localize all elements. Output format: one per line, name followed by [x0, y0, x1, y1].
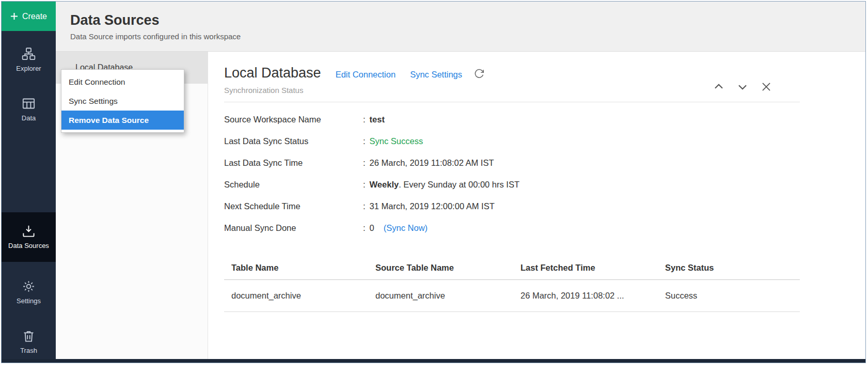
menu-item-remove-data-source[interactable]: Remove Data Source: [61, 111, 184, 130]
explorer-icon: [22, 47, 36, 61]
plus-icon: [10, 12, 18, 20]
cell-table-name: document_archive: [224, 291, 368, 301]
sync-status-value: Sync Success: [370, 136, 423, 146]
page-subtitle: Data Source imports configured in this w…: [70, 32, 865, 41]
detail-title: Local Database: [224, 65, 321, 81]
gear-icon: [22, 279, 36, 293]
create-button[interactable]: Create: [2, 2, 56, 31]
data-sources-icon: [22, 224, 36, 238]
cell-last-fetched-time: 26 March, 2019 11:08:02 ...: [513, 291, 658, 301]
field-label: Manual Sync Done: [224, 223, 363, 233]
field-value: 31 March, 2019 12:00:00 AM IST: [370, 201, 495, 211]
field-value-bold: Weekly: [370, 180, 399, 190]
sidebar-item-data-sources[interactable]: Data Sources: [2, 212, 56, 262]
field-label: Source Workspace Name: [224, 115, 363, 124]
trash-icon: [22, 329, 36, 343]
menu-item-sync-settings[interactable]: Sync Settings: [61, 91, 184, 111]
refresh-icon[interactable]: [474, 68, 485, 80]
close-icon[interactable]: [760, 80, 773, 93]
field-source-workspace-name: Source Workspace Name : test: [224, 108, 800, 130]
separator: :: [363, 223, 366, 233]
field-label: Last Data Sync Time: [224, 158, 363, 168]
separator: :: [363, 180, 366, 190]
app-window: Create Explorer Data: [1, 1, 866, 363]
table-row[interactable]: document_archive document_archive 26 Mar…: [224, 280, 800, 312]
cell-sync-status: Success: [658, 291, 800, 301]
separator: :: [363, 158, 366, 168]
column-header-sync-status: Sync Status: [658, 263, 800, 273]
detail-header: Local Database Edit Connection Sync Sett…: [224, 65, 800, 81]
page-header: Data Sources Data Source imports configu…: [56, 2, 865, 52]
bottom-bar: [2, 359, 865, 363]
sidebar: Create Explorer Data: [2, 2, 56, 363]
sidebar-item-settings[interactable]: Settings: [2, 279, 56, 305]
sidebar-item-label: Trash: [20, 347, 37, 354]
field-last-data-sync-time: Last Data Sync Time : 26 March, 2019 11:…: [224, 152, 800, 174]
sidebar-item-data[interactable]: Data: [2, 97, 56, 122]
field-label: Last Data Sync Status: [224, 136, 363, 146]
field-value: 0: [370, 223, 374, 233]
sidebar-item-explorer[interactable]: Explorer: [2, 47, 56, 72]
column-header-table-name: Table Name: [224, 263, 368, 273]
divider: [224, 102, 800, 102]
field-next-schedule-time: Next Schedule Time : 31 March, 2019 12:0…: [224, 195, 800, 217]
sidebar-item-label: Data Sources: [8, 242, 49, 249]
field-schedule: Schedule : Weekly . Every Sunday at 00:0…: [224, 174, 800, 195]
separator: :: [363, 115, 366, 124]
detail-window-controls: [712, 80, 773, 93]
cell-source-table-name: document_archive: [368, 291, 513, 301]
tables-table: Table Name Source Table Name Last Fetche…: [224, 256, 800, 312]
sync-now-link[interactable]: (Sync Now): [384, 223, 428, 233]
field-value: test: [370, 115, 385, 124]
data-table-icon: [22, 97, 36, 111]
create-button-label: Create: [22, 12, 47, 21]
field-value: . Every Sunday at 00:00 hrs IST: [399, 180, 519, 190]
chevron-down-icon[interactable]: [736, 80, 749, 93]
field-value: 26 March, 2019 11:08:02 AM IST: [370, 158, 494, 168]
sidebar-item-label: Data: [22, 115, 36, 122]
edit-connection-link[interactable]: Edit Connection: [336, 70, 396, 80]
page-title: Data Sources: [70, 12, 865, 28]
field-last-data-sync-status: Last Data Sync Status : Sync Success: [224, 130, 800, 152]
column-header-last-fetched-time: Last Fetched Time: [513, 263, 658, 273]
context-menu: Edit Connection Sync Settings Remove Dat…: [61, 69, 184, 133]
sync-status-fields: Source Workspace Name : test Last Data S…: [224, 108, 800, 239]
chevron-up-icon[interactable]: [712, 80, 725, 93]
separator: :: [363, 136, 366, 146]
field-manual-sync-done: Manual Sync Done : 0 (Sync Now): [224, 217, 800, 239]
menu-item-edit-connection[interactable]: Edit Connection: [61, 72, 184, 91]
sidebar-item-label: Explorer: [16, 65, 41, 72]
field-label: Schedule: [224, 180, 363, 190]
sidebar-item-trash[interactable]: Trash: [2, 329, 56, 354]
separator: :: [363, 201, 366, 211]
column-header-source-table-name: Source Table Name: [368, 263, 513, 273]
sidebar-item-label: Settings: [17, 298, 41, 305]
detail-panel: Local Database Edit Connection Sync Sett…: [208, 52, 865, 359]
table-header-row: Table Name Source Table Name Last Fetche…: [224, 256, 800, 280]
sync-settings-link[interactable]: Sync Settings: [410, 70, 462, 80]
field-label: Next Schedule Time: [224, 201, 363, 211]
